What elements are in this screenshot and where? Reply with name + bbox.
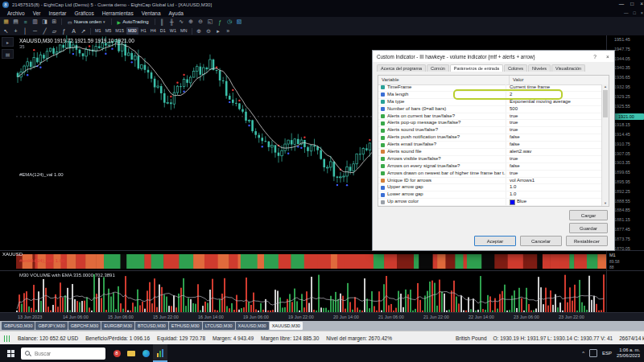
zoom-in-small-icon[interactable]: ⊕ [195,27,204,35]
dialog-tab-com-n[interactable]: Común [427,64,449,72]
param-value[interactable]: 1.0 [506,184,602,191]
child-restore-button[interactable]: □ [633,10,635,15]
chart-tab-ethusd-m30-5[interactable]: ETHUSD,M30 [169,322,202,330]
taskbar-mt5-button[interactable] [153,344,167,362]
param-value[interactable]: 1.0 [506,191,602,198]
dialog-tab-par-metros-de-entrada[interactable]: Parámetros de entrada [450,64,503,72]
volume-histogram[interactable] [16,272,606,312]
chart-tab-xauusd-m30-8[interactable]: XAUUSD,M30 [270,322,303,330]
chart-tab-ltcusd-m30-6[interactable]: LTCUSD,M30 [203,322,235,330]
param-row-arrows-drawn-on-newest-bar-of-higher-time-frame-bar-t[interactable]: Arrows drawn on newest bar of higher tim… [378,171,602,178]
param-value[interactable]: alert2.wav [506,149,602,155]
child-close-button[interactable]: × [641,10,643,15]
timeframe-button-m30[interactable]: M30 [126,27,138,35]
reset-button[interactable]: Restablecer [566,236,608,246]
chart-tab-gbpchf-m30-2[interactable]: GBPCHF,M30 [68,322,101,330]
arrow-tool-icon[interactable]: ↗ [79,27,88,35]
profiles-icon[interactable]: ▤ [11,18,20,26]
param-value[interactable]: true [506,120,602,126]
zoom-in-icon[interactable]: ⊕ [187,18,196,26]
chart-tab-eurgbp-m30-3[interactable]: EURGBP,M30 [101,322,134,330]
child-minimize-button[interactable]: — [624,10,629,15]
scroll-up-icon[interactable]: ▲ [604,84,607,89]
indicators-icon[interactable]: ƒ [216,18,225,26]
param-value[interactable]: Current time frame [506,84,602,91]
timeframe-button-m5[interactable]: M5 [104,27,114,35]
dialog-tab-visualizaci-n[interactable]: Visualización [551,64,585,72]
param-value[interactable]: false [506,142,602,148]
chart-tab-gbpjpy-m30-1[interactable]: GBPJPY,M30 [35,322,67,330]
timeframe-button-m15[interactable]: M15 [114,27,126,35]
scroll-down-icon[interactable]: ▼ [604,201,607,206]
horizontal-line-icon[interactable]: ─ [31,27,39,35]
toolbox-icon[interactable]: ⊞ [50,18,59,26]
timeframe-button-mn[interactable]: MN [179,27,189,35]
dialog-tab-colores[interactable]: Colores [504,64,527,72]
param-value[interactable]: true [506,156,602,162]
channel-icon[interactable]: ▱ [50,27,59,35]
new-order-button[interactable]: ▭ Nueva orden ▾ [64,19,109,25]
dialog-tab-niveles[interactable]: Niveles [528,64,551,72]
chart-tab-xauusd-m30-7[interactable]: XAUUSD,M30 [236,322,269,330]
cursor-icon[interactable]: ↖ [2,27,10,35]
param-row-lower-arrow-gap[interactable]: Lower arrow gap1.0 [378,191,602,199]
zoom-out-small-icon[interactable]: ⊖ [204,27,213,35]
param-row-unique-id-for-arrows[interactable]: Unique ID for arrowsvol Arrows1 [378,178,602,185]
tile-windows-icon[interactable]: ◱ [206,18,215,26]
dialog-close-button[interactable]: × [601,51,614,62]
start-button[interactable] [0,344,21,362]
dialog-tab-acerca-del-programa[interactable]: Acerca del programa [377,64,426,72]
chart-shift-icon[interactable]: » [224,27,233,35]
param-value[interactable]: Exponential moving average [506,99,602,105]
tray-chevron-icon[interactable]: ^ [582,351,584,356]
param-row-alerts-sound-file[interactable]: Alerts sound filealert2.wav [378,149,602,156]
menu-insertar[interactable]: Insertar [44,10,70,16]
chart-list-icon[interactable]: ▤ [2,49,14,59]
autotrading-button[interactable]: ▶ AutoTrading [114,19,152,25]
param-value[interactable]: 500 [506,106,602,113]
heatmap-strip[interactable] [16,254,606,269]
param-value[interactable]: true [506,127,602,134]
timeframe-button-w1[interactable]: W1 [168,27,178,35]
param-value[interactable]: vol Arrows1 [506,178,602,184]
new-chart-icon[interactable]: ▦ [2,18,10,26]
menu-ver[interactable]: Ver [29,10,45,16]
param-row-ma-length[interactable]: Ma length2 [378,92,602,99]
param-row-timeframe[interactable]: TimeFrameCurrent time frame [378,84,602,92]
cancel-button[interactable]: Cancelar [520,236,562,246]
param-value[interactable]: true [506,113,602,120]
taskbar-clock[interactable]: 1:06 a. m. 25/06/2023 [617,348,640,358]
menu-archivo[interactable]: Archivo [3,10,29,16]
param-row-up-arrow-color[interactable]: Up arrow colorBlue [378,199,602,206]
param-value[interactable]: true [506,171,602,177]
dialog-help-button[interactable]: ? [588,51,601,62]
param-row-alerts-email-true-false[interactable]: Alerts email true/false?false [378,142,602,149]
line-chart-icon[interactable]: ∿ [177,18,186,26]
table-scrollbar[interactable]: ▲ ▼ [601,84,609,206]
chart-tab-gbpusd-m30-0[interactable]: GBPUSD,M30 [2,322,35,330]
param-row-alerts-push-notification-true-false[interactable]: Alerts push notification true/false?fals… [378,134,602,142]
timeframe-button-d1[interactable]: D1 [159,27,167,35]
param-row-arrows-visible-true-false[interactable]: Arrows visible true/false?true [378,156,602,163]
param-value[interactable]: false [506,134,602,141]
taskbar-file-explorer-button[interactable] [124,344,138,362]
search-input[interactable] [33,350,93,357]
timeframe-button-h4[interactable]: H4 [149,27,158,35]
timeframe-button-m1[interactable]: M1 [93,27,103,35]
chart-tab-btcusd-m30-4[interactable]: BTCUSD,M30 [135,322,168,330]
scroll-thumb[interactable] [603,90,608,117]
save-button[interactable]: Guardar [569,223,608,233]
periods-icon[interactable]: ◷ [225,18,234,26]
data-window-icon[interactable]: ▥ [31,18,39,26]
market-watch-icon[interactable]: ≡ [21,18,30,26]
text-tool-icon[interactable]: A [69,27,78,35]
param-value[interactable]: 2 [506,92,602,98]
param-row-upper-arrow-gap[interactable]: Upper arrow gap1.0 [378,184,602,191]
menu-ventana[interactable]: Ventana [138,10,165,16]
notification-icon[interactable] [589,349,597,357]
load-button[interactable]: Cargar [569,210,608,220]
candle-chart-icon[interactable]: ╫ [167,18,176,26]
zoom-out-icon[interactable]: ⊖ [196,18,205,26]
vertical-line-icon[interactable]: │ [21,27,30,35]
taskbar-edge-button[interactable] [138,344,153,362]
